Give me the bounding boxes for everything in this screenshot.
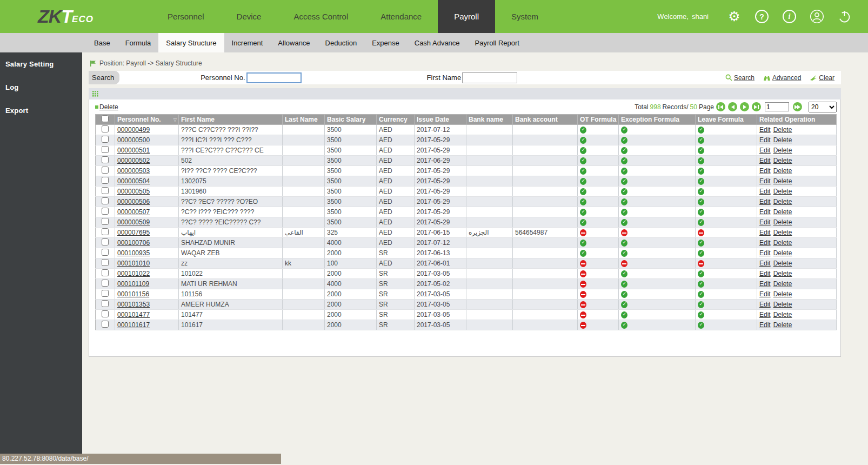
personnel-no-link[interactable]: 000000506	[117, 198, 150, 205]
power-icon[interactable]	[837, 9, 852, 24]
tab-base[interactable]: Base	[86, 33, 118, 52]
personnel-no-link[interactable]: 000007695	[117, 229, 150, 236]
delete-link[interactable]: Delete	[773, 260, 792, 267]
delete-link[interactable]: Delete	[773, 280, 792, 288]
help-icon[interactable]	[755, 9, 769, 24]
nav-item-personnel[interactable]: Personnel	[151, 0, 221, 33]
edit-link[interactable]: Edit	[759, 218, 771, 226]
personnel-no-link[interactable]: 000100706	[117, 239, 150, 247]
row-checkbox[interactable]	[102, 146, 109, 153]
page-size-select[interactable]: 20	[809, 102, 837, 112]
personnel-no-link[interactable]: 000000505	[117, 188, 150, 195]
personnel-no-link[interactable]: 000000507	[117, 208, 150, 216]
delete-link[interactable]: Delete	[773, 208, 792, 216]
personnel-no-link[interactable]: 000101109	[117, 280, 149, 288]
row-checkbox[interactable]	[102, 300, 109, 307]
delete-link[interactable]: Delete	[773, 198, 792, 205]
sidebar-item-salary-setting[interactable]: Salary Setting	[0, 52, 82, 76]
sidebar-item-export[interactable]: Export	[0, 99, 82, 122]
personnel-no-link[interactable]: 000101010	[117, 260, 150, 267]
column-header-ot-formula[interactable]: OT Formula	[578, 115, 619, 125]
next-page-button[interactable]	[740, 102, 749, 111]
tab-increment[interactable]: Increment	[224, 33, 271, 52]
edit-link[interactable]: Edit	[759, 177, 771, 185]
first-name-input[interactable]	[462, 72, 517, 83]
row-checkbox[interactable]	[102, 187, 109, 194]
column-header-leave-formula[interactable]: Leave Formula	[696, 115, 757, 125]
tab-allowance[interactable]: Allowance	[270, 33, 317, 52]
nav-item-payroll[interactable]: Payroll	[438, 0, 495, 33]
first-page-button[interactable]	[716, 102, 725, 111]
clear-button[interactable]: Clear	[810, 74, 834, 82]
edit-link[interactable]: Edit	[759, 136, 771, 144]
personnel-no-link[interactable]: 000101477	[117, 311, 150, 318]
delete-link[interactable]: Delete	[773, 147, 792, 154]
column-header-currency[interactable]: Currency	[377, 115, 415, 125]
personnel-no-input[interactable]	[246, 72, 302, 83]
personnel-no-link[interactable]: 000000504	[117, 177, 150, 185]
column-header-last-name[interactable]: Last Name	[283, 115, 325, 125]
edit-link[interactable]: Edit	[759, 260, 771, 267]
row-checkbox[interactable]	[102, 177, 109, 184]
delete-link[interactable]: Delete	[773, 301, 792, 308]
row-checkbox[interactable]	[102, 136, 109, 143]
delete-link[interactable]: Delete	[773, 290, 792, 298]
delete-link[interactable]: Delete	[773, 218, 792, 226]
edit-link[interactable]: Edit	[759, 290, 771, 298]
row-checkbox[interactable]	[102, 125, 109, 132]
delete-link[interactable]: Delete	[773, 239, 792, 247]
delete-link[interactable]: Delete	[773, 157, 792, 164]
edit-link[interactable]: Edit	[759, 311, 771, 318]
edit-link[interactable]: Edit	[759, 249, 771, 257]
grid-icon[interactable]	[92, 91, 98, 97]
personnel-no-link[interactable]: 000100935	[117, 249, 150, 257]
edit-link[interactable]: Edit	[759, 188, 771, 195]
tab-expense[interactable]: Expense	[364, 33, 407, 52]
row-checkbox[interactable]	[102, 228, 109, 235]
personnel-no-link[interactable]: 000000499	[117, 126, 150, 134]
advanced-button[interactable]: Advanced	[763, 74, 801, 82]
page-number-input[interactable]	[765, 102, 789, 111]
column-header-related-operation[interactable]: Related Operation	[757, 115, 837, 125]
bulk-delete-button[interactable]: Delete	[95, 103, 118, 111]
row-checkbox[interactable]	[102, 218, 109, 225]
delete-link[interactable]: Delete	[773, 136, 792, 144]
personnel-no-link[interactable]: 000101022	[117, 270, 150, 277]
nav-item-device[interactable]: Device	[221, 0, 278, 33]
delete-link[interactable]: Delete	[773, 270, 792, 277]
edit-link[interactable]: Edit	[759, 321, 771, 329]
row-checkbox[interactable]	[102, 208, 109, 215]
delete-link[interactable]: Delete	[773, 311, 792, 318]
row-checkbox[interactable]	[102, 269, 109, 276]
edit-link[interactable]: Edit	[759, 167, 771, 175]
row-checkbox[interactable]	[102, 321, 109, 328]
column-header-basic-salary[interactable]: Basic Salary	[325, 115, 377, 125]
row-checkbox[interactable]	[102, 167, 109, 174]
column-header-bank-account[interactable]: Bank account	[513, 115, 578, 125]
tab-deduction[interactable]: Deduction	[318, 33, 365, 52]
column-header-first-name[interactable]: First Name	[179, 115, 283, 125]
row-checkbox[interactable]	[102, 156, 109, 163]
tab-formula[interactable]: Formula	[118, 33, 159, 52]
row-checkbox[interactable]	[102, 238, 109, 245]
tab-cash-advance[interactable]: Cash Advance	[407, 33, 468, 52]
nav-item-access-control[interactable]: Access Control	[277, 0, 364, 33]
personnel-no-link[interactable]: 000000509	[117, 218, 150, 226]
row-checkbox[interactable]	[102, 290, 109, 297]
select-all-checkbox[interactable]	[102, 115, 109, 122]
edit-link[interactable]: Edit	[759, 198, 771, 205]
row-checkbox[interactable]	[102, 280, 109, 287]
nav-item-system[interactable]: System	[495, 0, 555, 33]
edit-link[interactable]: Edit	[759, 280, 771, 288]
personnel-no-link[interactable]: 000101617	[117, 321, 150, 329]
edit-link[interactable]: Edit	[759, 147, 771, 154]
nav-item-attendance[interactable]: Attendance	[364, 0, 438, 33]
edit-link[interactable]: Edit	[759, 270, 771, 277]
delete-link[interactable]: Delete	[773, 167, 792, 175]
edit-link[interactable]: Edit	[759, 126, 771, 134]
sidebar-item-log[interactable]: Log	[0, 76, 82, 99]
personnel-no-link[interactable]: 000101353	[117, 301, 150, 308]
edit-link[interactable]: Edit	[759, 239, 771, 247]
column-header-personnel-no[interactable]: Personnel No.▽	[115, 115, 179, 125]
delete-link[interactable]: Delete	[773, 321, 792, 329]
